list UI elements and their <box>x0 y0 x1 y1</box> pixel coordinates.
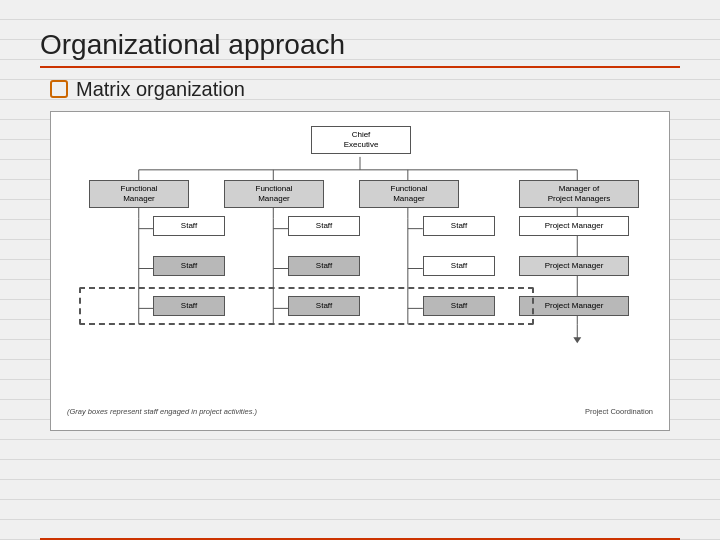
chief-executive-box: ChiefExecutive <box>311 126 411 154</box>
staff-3-2-box: Staff <box>423 256 495 276</box>
bullet-icon <box>50 80 68 98</box>
title-underline <box>40 66 680 68</box>
staff-1-1-box: Staff <box>153 216 225 236</box>
staff-2-1-box: Staff <box>288 216 360 236</box>
slide-title: Organizational approach <box>40 28 680 62</box>
bullet-point: Matrix organization <box>50 78 680 101</box>
dashed-border-row3 <box>79 287 534 325</box>
svg-marker-28 <box>573 337 581 343</box>
project-coordination-label: Project Coordination <box>585 407 653 416</box>
org-chart-container: ChiefExecutive FunctionalManager Functio… <box>50 111 670 431</box>
staff-3-1-box: Staff <box>423 216 495 236</box>
slide: Organizational approach Matrix organizat… <box>0 0 720 540</box>
org-chart: ChiefExecutive FunctionalManager Functio… <box>59 122 661 422</box>
manager-of-pm-box: Manager ofProject Managers <box>519 180 639 208</box>
footnote: (Gray boxes represent staff engaged in p… <box>67 407 257 416</box>
pm-3-box: Project Manager <box>519 296 629 316</box>
bullet-text: Matrix organization <box>76 78 245 101</box>
pm-1-box: Project Manager <box>519 216 629 236</box>
staff-1-2-box: Staff <box>153 256 225 276</box>
functional-manager-3-box: FunctionalManager <box>359 180 459 208</box>
pm-2-box: Project Manager <box>519 256 629 276</box>
functional-manager-2-box: FunctionalManager <box>224 180 324 208</box>
functional-manager-1-box: FunctionalManager <box>89 180 189 208</box>
staff-2-2-box: Staff <box>288 256 360 276</box>
